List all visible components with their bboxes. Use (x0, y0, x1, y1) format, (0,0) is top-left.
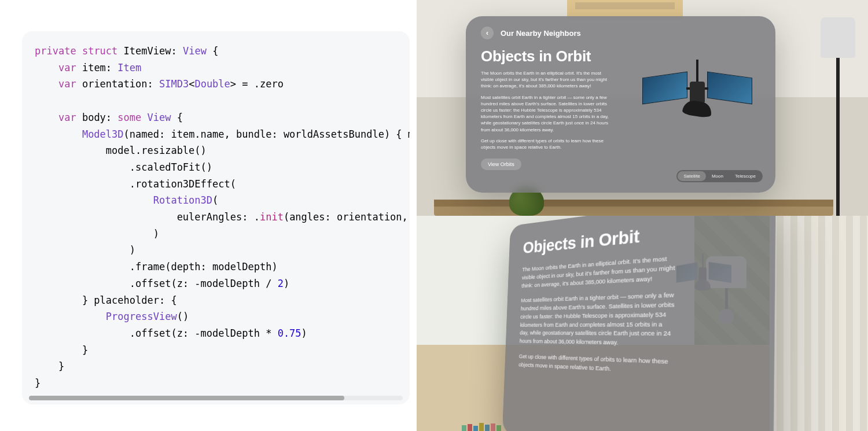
segment-satellite[interactable]: Satellite (678, 171, 705, 181)
chevron-left-icon: ‹ (486, 29, 488, 37)
floating-panel-angled: Objects in Orbit The Moon orbits the Ear… (502, 216, 776, 432)
back-button[interactable]: ‹ (481, 27, 494, 39)
panel-para-2: Most satellites orbit Earth in a tighter… (520, 290, 676, 348)
panel-para-3: Get up close with different types of orb… (518, 352, 674, 376)
scrollbar-thumb[interactable] (29, 396, 344, 400)
solar-panel-right (707, 72, 752, 105)
code-block: private struct ItemView: View { var item… (22, 31, 410, 404)
room-preview-angled: Objects in Orbit The Moon orbits the Ear… (417, 216, 868, 432)
credenza (434, 200, 833, 216)
preview-pane: ‹ Our Nearby Neighbors Objects in Orbit … (417, 0, 868, 431)
solar-panel-left (642, 72, 687, 105)
object-type-segmented-control[interactable]: Satellite Moon Telescope (676, 170, 763, 182)
room-preview-front: ‹ Our Nearby Neighbors Objects in Orbit … (417, 0, 868, 216)
segment-telescope[interactable]: Telescope (729, 171, 762, 181)
panel-para-3: Get up close with different types of orb… (481, 138, 614, 150)
panel-para-2: Most satellites orbit Earth in a tighter… (481, 94, 614, 133)
swift-code[interactable]: private struct ItemView: View { var item… (35, 43, 397, 392)
antenna-mast (696, 60, 698, 83)
view-orbits-button[interactable]: View Orbits (481, 159, 521, 170)
code-pane: private struct ItemView: View { var item… (0, 0, 417, 431)
satellite-dish-icon (682, 100, 712, 119)
floating-panel: ‹ Our Nearby Neighbors Objects in Orbit … (466, 16, 775, 193)
wall-frame (567, 0, 683, 17)
panel-body: The Moon orbits the Earth in an elliptic… (518, 253, 676, 375)
panel-para-1: The Moon orbits the Earth in an elliptic… (521, 253, 676, 289)
horizontal-scrollbar[interactable] (29, 396, 403, 400)
satellite-3d-model[interactable] (642, 48, 752, 146)
panel-title: Objects in Orbit (523, 216, 752, 257)
segment-moon[interactable]: Moon (706, 171, 729, 181)
panel-body: The Moon orbits the Earth in an elliptic… (481, 70, 614, 150)
floor-lamp (821, 17, 855, 216)
curtain (770, 216, 868, 432)
panel-para-1: The Moon orbits the Earth in an elliptic… (481, 70, 614, 90)
breadcrumb[interactable]: Our Nearby Neighbors (501, 29, 581, 38)
